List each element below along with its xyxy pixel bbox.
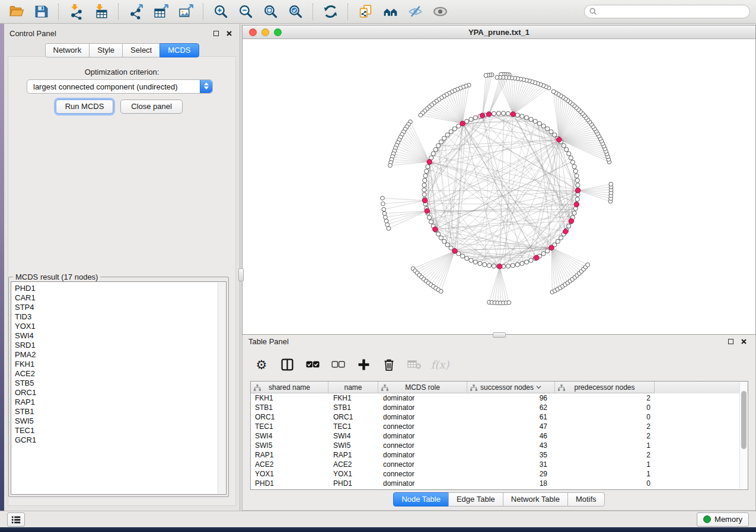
table-cell: dominator [378,431,467,441]
memory-button[interactable]: Memory [697,512,749,527]
zoom-out-button[interactable] [235,2,256,21]
mcds-result-item[interactable]: ACE2 [15,369,226,379]
first-neighbors-button[interactable] [380,2,400,21]
table-row[interactable]: SWI4SWI4dominator462 [251,431,748,441]
float-panel-icon[interactable] [213,31,219,36]
import-table-icon [93,4,109,20]
import-table-button[interactable] [91,2,111,21]
columns-icon [280,358,294,371]
search-icon [589,8,597,15]
tab-network[interactable]: Network [44,43,90,57]
mcds-result-item[interactable]: STP4 [15,303,226,312]
tab-mcds[interactable]: MCDS [160,43,199,57]
table-tab-node-table[interactable]: Node Table [393,492,449,507]
mcds-result-item[interactable]: CAR1 [15,293,226,303]
vertical-splitter-handle[interactable] [238,268,244,281]
destroy-table-button [406,356,423,373]
table-cell: RAP1 [328,450,378,460]
table-settings-button[interactable]: ⚙ [253,356,270,373]
refresh-icon [323,4,339,20]
mcds-result-item[interactable]: FKH1 [15,360,226,369]
zoom-in-button[interactable] [210,2,231,21]
mcds-result-item[interactable]: ORC1 [15,388,226,398]
export-table-button[interactable] [151,2,171,21]
close-panel-button[interactable]: Close panel [120,100,183,114]
export-network-button[interactable] [126,2,146,21]
table-row[interactable]: PHD1PHD1dominator180 [251,479,748,488]
mcds-result-list[interactable]: PHD1CAR1STP4TID3YOX1SWI4SRD1PMA2FKH1ACE2… [11,281,227,495]
import-network-button[interactable] [66,2,86,21]
mcds-result-item[interactable]: STB5 [15,379,226,388]
table-tab-edge-table[interactable]: Edge Table [448,492,503,507]
mcds-result-item[interactable]: PMA2 [15,350,226,360]
table-tab-network-table[interactable]: Network Table [503,492,568,507]
table-scrollbar[interactable] [739,382,747,489]
zoom-fit-button[interactable] [260,2,280,21]
close-panel-icon[interactable] [226,30,232,37]
table-row[interactable]: YOX1YOX1connector291 [251,469,748,479]
mcds-result-item[interactable]: TEC1 [15,426,226,435]
show-columns-button[interactable] [279,356,295,373]
horizontal-splitter-handle[interactable] [493,332,506,338]
table-cell: ORC1 [251,412,328,422]
table-scrollbar-thumb[interactable] [741,391,747,449]
float-table-panel-icon[interactable] [728,339,733,344]
network-window-title: YPA_prune.txt_1 [243,28,755,37]
network-graph[interactable] [243,40,755,334]
close-table-panel-icon[interactable] [741,338,747,345]
mcds-result-item[interactable]: GCR1 [15,435,226,445]
criterion-select[interactable]: largest connected component (undirected) [27,79,213,94]
mcds-result-item[interactable]: SWI5 [15,416,226,426]
node-table-header: shared namenameMCDS rolesuccessor nodesp… [251,382,748,393]
create-column-button[interactable] [355,356,372,373]
open-file-button[interactable] [6,2,26,21]
result-list-scrollbar[interactable] [218,283,225,493]
mcds-result-item[interactable]: PHD1 [15,284,226,293]
export-image-icon [178,4,194,20]
network-canvas[interactable] [243,40,755,334]
tab-select[interactable]: Select [122,43,160,57]
export-table-icon [153,4,169,20]
shared-column-icon [381,384,388,391]
show-all-button[interactable] [430,2,450,21]
network-window-titlebar[interactable]: YPA_prune.txt_1 [243,25,755,39]
export-image-button[interactable] [176,2,196,21]
table-row[interactable]: ACE2ACE2connector311 [251,460,748,469]
search-field[interactable] [584,5,750,18]
mcds-result-item[interactable]: RAP1 [15,398,226,407]
hide-selection-button[interactable] [405,2,425,21]
mcds-result-item[interactable]: STB1 [15,407,226,416]
run-mcds-button[interactable]: Run MCDS [56,100,113,114]
search-input[interactable] [600,8,745,16]
mcds-result-item[interactable]: SWI4 [15,331,226,341]
table-row[interactable]: RAP1RAP1dominator352 [251,450,748,460]
table-tab-motifs[interactable]: Motifs [567,492,605,507]
column-header-successor-nodes[interactable]: successor nodes [467,382,555,393]
memory-status-icon [703,515,711,523]
column-header-MCDS-role[interactable]: MCDS role [378,382,467,393]
column-header-shared-name[interactable]: shared name [251,382,328,393]
table-row[interactable]: TEC1TEC1connector472 [251,422,748,431]
table-row[interactable]: STB1STB1dominator620 [251,403,748,412]
column-header-predecessor-nodes[interactable]: predecessor nodes [555,382,655,393]
copy-network-button[interactable] [355,2,375,21]
column-header-name[interactable]: name [328,382,378,393]
delete-column-button[interactable] [381,356,397,373]
tab-style[interactable]: Style [89,43,123,57]
table-row[interactable]: SWI5SWI5connector431 [251,441,748,450]
mcds-result-item[interactable]: SRD1 [15,341,226,350]
mcds-result-item[interactable]: TID3 [15,312,226,322]
save-session-button[interactable] [31,2,51,21]
select-all-button[interactable] [304,356,321,373]
table-tabs: Node TableEdge TableNetwork TableMotifs [243,492,755,507]
apply-layout-button[interactable] [320,2,340,21]
table-row[interactable]: FKH1FKH1dominator962 [251,393,748,403]
zoom-selected-button[interactable] [285,2,305,21]
deselect-all-button[interactable] [330,356,346,373]
toolbar-separator [347,4,348,20]
task-history-button[interactable] [7,512,25,527]
table-row[interactable]: ORC1ORC1dominator610 [251,412,748,422]
mcds-result-item[interactable]: YOX1 [15,322,226,331]
node-table[interactable]: shared namenameMCDS rolesuccessor nodesp… [250,381,748,490]
toolbar-separator [203,4,203,20]
